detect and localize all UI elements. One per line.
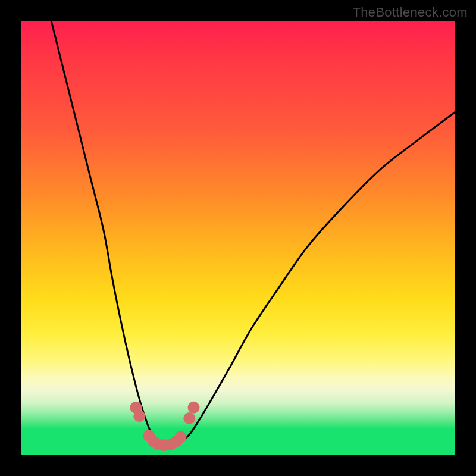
marker-dot [183, 412, 195, 424]
marker-dot [133, 410, 145, 422]
chart-svg [21, 21, 455, 455]
chart-frame: TheBottleneck.com [0, 0, 476, 476]
right-curve [181, 112, 455, 442]
plot-area [21, 21, 455, 455]
marker-dot [175, 431, 187, 443]
marker-dot [188, 402, 200, 414]
highlight-markers [130, 402, 199, 452]
left-curve [51, 21, 155, 442]
watermark-text: TheBottleneck.com [353, 5, 468, 20]
